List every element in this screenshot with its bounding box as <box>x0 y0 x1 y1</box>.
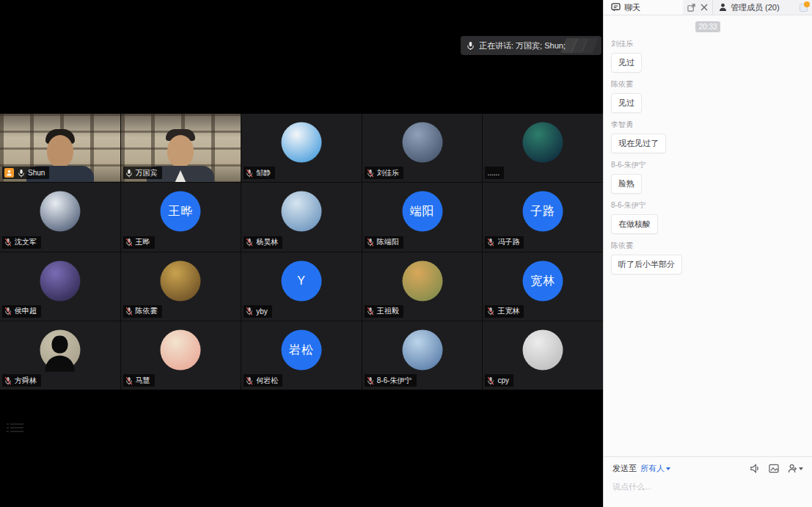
recipient-dropdown[interactable]: 所有人 <box>640 463 670 474</box>
chat-header-icons <box>683 4 712 12</box>
mic-muted-icon <box>125 238 133 247</box>
avatar-photo <box>40 329 80 370</box>
participant-tile[interactable]: 陈依霎 <box>121 252 241 321</box>
participant-name-label: 陈端阳 <box>365 236 403 249</box>
video-area: 正在讲话: 万国宾; Shun; Shun 万国宾 邹静 刘佳乐 ...... … <box>0 0 603 507</box>
chat-message-list[interactable]: 20:33 刘佳乐见过陈依霎见过李智勇现在见过了8-6-朱伊宁脸熟8-6-朱伊宁… <box>604 15 812 456</box>
view-list-icon[interactable] <box>6 421 25 434</box>
participant-tile[interactable]: Y yby <box>241 252 362 321</box>
participant-name: 方舜林 <box>15 376 37 386</box>
host-badge-icon <box>4 168 14 178</box>
mic-muted-icon <box>125 307 133 315</box>
participant-name: 杨昊林 <box>256 237 278 247</box>
participant-name: 王祖毅 <box>377 306 399 316</box>
avatar-photo <box>281 123 321 163</box>
participant-tile[interactable]: 杨昊林 <box>241 183 362 251</box>
participant-name: 陈端阳 <box>377 237 399 247</box>
participant-tile[interactable]: 王晔 王晔 <box>121 183 241 251</box>
mic-muted-icon <box>246 376 253 385</box>
avatar-photo <box>40 192 80 232</box>
participant-tile[interactable]: 方舜林 <box>0 321 120 390</box>
participant-name: 8-6-朱伊宁 <box>377 376 412 386</box>
message-bubble: 现在见过了 <box>611 134 666 153</box>
message-bubble: 在做核酸 <box>611 214 658 234</box>
participant-name-label: Shun <box>2 167 49 179</box>
notification-dot <box>804 1 810 7</box>
participant-name: 刘佳乐 <box>377 168 399 178</box>
participant-tile[interactable]: 宽林 王宽林 <box>483 252 603 321</box>
participant-name-label: cpy <box>485 374 513 387</box>
participant-name-label: 王祖毅 <box>365 305 403 318</box>
participant-name-label: yby <box>244 305 272 318</box>
participant-tile[interactable]: 沈文军 <box>0 183 120 251</box>
message-bubble: 见过 <box>611 53 642 73</box>
message-sender: 陈依霎 <box>611 79 805 90</box>
mic-muted-icon <box>487 307 494 315</box>
participant-tile[interactable]: 8-6-朱伊宁 <box>362 321 483 390</box>
sound-notification-icon[interactable] <box>750 464 760 473</box>
participant-tile[interactable]: 端阳 陈端阳 <box>362 183 483 251</box>
chat-panel: 聊天 管理成员 (20) 20:33 刘佳乐见过陈依霎见过李智 <box>603 0 812 507</box>
participant-tile[interactable]: 马慧 <box>121 321 241 390</box>
chat-timestamp: 20:33 <box>695 21 720 32</box>
chat-bubble-icon <box>611 3 621 12</box>
participant-tile[interactable]: ...... <box>483 114 603 182</box>
participant-tile[interactable]: 岩松 何岩松 <box>241 321 362 390</box>
participant-tile[interactable]: Shun <box>0 114 120 182</box>
tab-members-label: 管理成员 (20) <box>731 2 780 13</box>
participant-name: 冯子路 <box>497 237 519 247</box>
tab-manage-members[interactable]: 管理成员 (20) <box>712 0 812 15</box>
close-icon[interactable] <box>701 4 708 11</box>
participant-tile[interactable]: 刘佳乐 <box>362 114 483 182</box>
message-sender: 陈依霎 <box>611 241 805 251</box>
meeting-window: 正在讲话: 万国宾; Shun; Shun 万国宾 邹静 刘佳乐 ...... … <box>0 0 812 507</box>
participant-name-label: 杨昊林 <box>244 236 282 249</box>
image-upload-icon[interactable] <box>769 464 779 473</box>
avatar-initials: 王晔 <box>161 192 201 232</box>
participant-name-label: ...... <box>485 167 504 179</box>
participant-tile[interactable]: 子路 冯子路 <box>483 183 603 251</box>
avatar-photo <box>402 260 442 301</box>
speaking-text: 正在讲话: 万国宾; Shun; <box>479 40 566 51</box>
avatar-photo <box>281 192 321 232</box>
sticker-pack-icon[interactable] <box>800 1 810 12</box>
participant-name: ...... <box>487 169 500 177</box>
speaking-indicator: 正在讲话: 万国宾; Shun; <box>461 36 601 55</box>
chat-input[interactable]: 说点什么... <box>612 481 803 492</box>
avatar-photo <box>402 329 442 370</box>
chat-footer: 发送至 所有人 说点什么... <box>604 456 812 507</box>
popout-icon[interactable] <box>687 4 695 12</box>
chevron-down-icon <box>799 467 803 470</box>
mic-muted-icon <box>246 169 253 178</box>
participant-tile[interactable]: 王祖毅 <box>362 252 483 321</box>
participant-name-label: 刘佳乐 <box>365 167 403 179</box>
chevron-down-icon <box>666 467 670 470</box>
participant-tile[interactable]: 万国宾 <box>121 114 241 182</box>
participant-name-label: 方舜林 <box>2 374 41 387</box>
private-chat-icon[interactable] <box>788 464 803 473</box>
tab-chat-label: 聊天 <box>624 2 640 13</box>
participant-name: yby <box>256 307 268 315</box>
participant-tile[interactable]: cpy <box>483 321 603 390</box>
participant-tile[interactable]: 邹静 <box>241 114 362 182</box>
message-sender: 8-6-朱伊宁 <box>611 200 805 211</box>
participant-name: 马慧 <box>136 376 150 386</box>
avatar-photo <box>161 260 201 301</box>
participant-name-label: 马慧 <box>123 374 155 387</box>
message-sender: 李智勇 <box>611 120 805 130</box>
avatar-initials: 宽林 <box>523 260 563 301</box>
participant-name: 邹静 <box>256 168 271 178</box>
participant-name-label: 王宽林 <box>485 305 524 318</box>
participant-name-label: 何岩松 <box>244 374 282 387</box>
participant-name: 沈文军 <box>15 237 37 247</box>
mic-muted-icon <box>487 376 494 385</box>
mic-muted-icon <box>4 307 12 315</box>
participant-name: 万国宾 <box>136 168 158 178</box>
avatar-photo <box>523 123 563 163</box>
participant-name: 侯申超 <box>15 306 37 316</box>
mic-muted-icon <box>4 376 12 385</box>
avatar-initials: Y <box>281 260 321 301</box>
tab-chat[interactable]: 聊天 <box>604 0 683 15</box>
participant-tile[interactable]: 侯申超 <box>0 252 120 321</box>
participant-name-label: 侯申超 <box>2 305 41 318</box>
